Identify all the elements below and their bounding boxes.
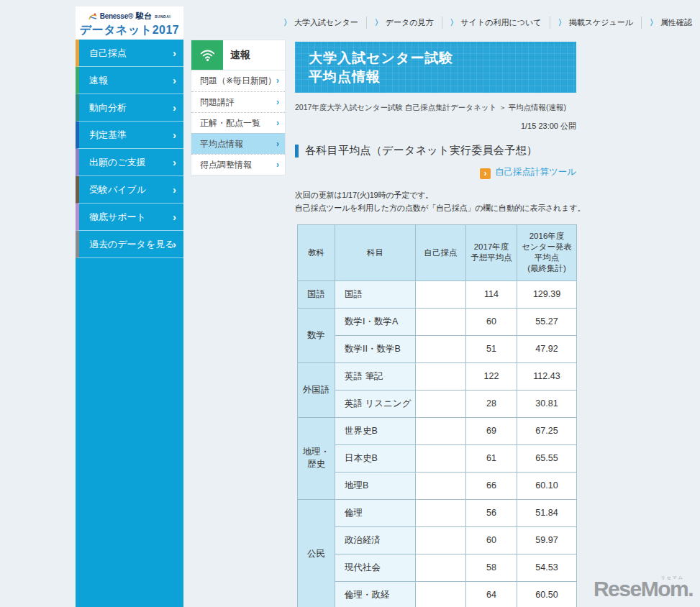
- submenu-item[interactable]: 得点調整情報›: [191, 154, 285, 175]
- table-row: 地理・歴史世界史B6967.25: [298, 417, 577, 444]
- submenu-sokuho: 速報 問題（※毎日新聞）›問題講評›正解・配点一覧›平均点情報›得点調整情報›: [191, 40, 286, 175]
- submenu-item-label: 問題（※毎日新聞）: [200, 76, 276, 86]
- top-nav-link[interactable]: 〉サイトの利用について: [442, 17, 550, 28]
- avg-2017-cell: 60: [466, 308, 517, 335]
- sidebar-item[interactable]: 自己採点›: [76, 40, 183, 67]
- avg-2016-cell: 60.50: [517, 581, 577, 607]
- top-nav-label: 掲載スケジュール: [569, 17, 633, 28]
- avg-2017-cell: 61: [466, 444, 517, 472]
- subject-name-cell: 英語 筆記: [335, 362, 416, 390]
- subject-name-cell: 地理B: [335, 472, 416, 499]
- benesse-brand: Benesse®: [100, 12, 133, 20]
- sidebar-item[interactable]: 動向分析›: [76, 94, 183, 122]
- sundai-brand: 駿台: [136, 11, 152, 22]
- avg-2016-cell: 112.43: [517, 362, 577, 390]
- avg-2016-cell: 30.81: [517, 390, 577, 417]
- sidebar-item-label: 過去のデータを見る: [89, 239, 175, 250]
- chevron-right-icon: 〉: [283, 17, 291, 28]
- avg-2016-cell: 54.53: [517, 554, 577, 581]
- table-row: 国語国語114129.39: [298, 280, 577, 308]
- top-nav-link[interactable]: 〉属性確認: [642, 17, 700, 28]
- average-score-table: 教科科目自己採点2017年度 予想平均点2016年度 センター発表 平均点 (最…: [297, 224, 577, 607]
- chevron-right-icon: 〉: [450, 17, 458, 28]
- submenu-item[interactable]: 問題（※毎日新聞）›: [191, 70, 285, 91]
- benesse-logo-icon: [88, 13, 97, 20]
- page-title-line1: 大学入試センター試験: [309, 49, 576, 68]
- submenu-item[interactable]: 正解・配点一覧›: [191, 112, 285, 133]
- self-score-cell: [416, 472, 466, 499]
- sidebar-item-label: 徹底サポート: [89, 211, 146, 222]
- top-nav-label: 属性確認: [660, 17, 692, 28]
- update-note-1: 次回の更新は1/17(火)19時の予定です。: [295, 188, 576, 201]
- avg-2017-cell: 56: [466, 499, 517, 526]
- chevron-right-icon: ›: [173, 204, 176, 230]
- table-header-cell: 教科: [298, 224, 335, 280]
- breadcrumb: 2017年度大学入試センター試験 自己採点集計データネット ＞ 平均点情報(速報…: [295, 103, 576, 113]
- sidebar-item[interactable]: 徹底サポート›: [76, 204, 183, 231]
- tool-link-row: ›自己採点計算ツール: [295, 165, 576, 179]
- resemom-watermark: リセマム ReseMom.: [594, 577, 693, 601]
- top-nav-link[interactable]: 〉データの見方: [367, 17, 442, 28]
- sidebar-item[interactable]: 出願のご支援›: [76, 149, 183, 176]
- sidebar-item-label: 自己採点: [89, 47, 127, 58]
- top-nav-label: データの見方: [386, 17, 434, 28]
- chevron-right-icon: ›: [276, 134, 279, 155]
- table-row: 現代社会5854.53: [298, 554, 577, 581]
- submenu-item-label: 問題講評: [200, 97, 235, 107]
- table-header-cell: 2016年度 センター発表 平均点 (最終集計): [517, 224, 577, 280]
- sundai-brand-sub: SUNDAI: [155, 14, 171, 19]
- avg-2017-cell: 69: [466, 417, 517, 444]
- avg-2017-cell: 60: [466, 526, 517, 554]
- self-score-cell: [416, 390, 466, 417]
- avg-2016-cell: 59.97: [517, 526, 577, 554]
- top-nav-label: 大学入試センター: [294, 17, 358, 28]
- table-row: 公民倫理5651.84: [298, 499, 577, 526]
- avg-2017-cell: 51: [466, 335, 517, 362]
- sidebar-item[interactable]: 速報›: [76, 67, 183, 94]
- publish-info: 1/15 23:00 公開: [295, 121, 576, 132]
- avg-2017-cell: 66: [466, 472, 517, 499]
- top-nav-link[interactable]: 〉掲載スケジュール: [550, 17, 641, 28]
- self-score-cell: [416, 554, 466, 581]
- sidebar-item[interactable]: 判定基準›: [76, 122, 183, 149]
- subject-name-cell: 数学I・数学A: [335, 308, 416, 335]
- section-title-row: 各科目平均点（データネット実行委員会予想）: [295, 144, 576, 158]
- main-content: 大学入試センター試験 平均点情報 2017年度大学入試センター試験 自己採点集計…: [295, 42, 576, 607]
- self-scoring-tool-link[interactable]: 自己採点計算ツール: [495, 167, 576, 177]
- self-score-cell: [416, 362, 466, 390]
- sidebar-item[interactable]: 過去のデータを見る›: [76, 231, 183, 258]
- top-nav-link[interactable]: 〉大学入試センター: [276, 17, 366, 28]
- table-row: 倫理・政経6460.50: [298, 581, 577, 607]
- submenu-item[interactable]: 平均点情報›: [191, 133, 285, 154]
- self-score-cell: [416, 499, 466, 526]
- subject-group-cell: 数学: [298, 308, 335, 362]
- chevron-right-icon: 〉: [650, 17, 658, 28]
- datanet-logo-title: データネット2017: [76, 23, 183, 38]
- self-score-cell: [416, 280, 466, 308]
- chevron-right-icon: ›: [276, 92, 279, 113]
- chevron-right-icon: 〉: [375, 17, 383, 28]
- update-note-2: 自己採点ツールを利用した方の点数が「自己採点」の欄に自動的に表示されます。: [295, 201, 576, 214]
- self-score-cell: [416, 444, 466, 472]
- sidebar-item-label: 判定基準: [89, 129, 127, 140]
- avg-2016-cell: 60.10: [517, 472, 577, 499]
- update-notes: 次回の更新は1/17(火)19時の予定です。 自己採点ツールを利用した方の点数が…: [295, 188, 576, 214]
- subject-name-cell: 国語: [335, 280, 416, 308]
- submenu-items: 問題（※毎日新聞）›問題講評›正解・配点一覧›平均点情報›得点調整情報›: [191, 70, 285, 175]
- site-logo[interactable]: Benesse® 駿台 SUNDAI データネット2017: [76, 6, 183, 40]
- table-header-cell: 2017年度 予想平均点: [466, 224, 517, 280]
- table-header-cell: 自己採点: [416, 224, 466, 280]
- subject-name-cell: 世界史B: [335, 417, 416, 444]
- avg-2016-cell: 51.84: [517, 499, 577, 526]
- sidebar-item[interactable]: 受験バイブル›: [76, 176, 183, 204]
- chevron-right-icon: ›: [276, 155, 279, 175]
- avg-2016-cell: 65.55: [517, 444, 577, 472]
- chevron-right-icon: ›: [276, 113, 279, 134]
- table-body: 国語国語114129.39数学数学I・数学A6055.27数学II・数学B514…: [298, 280, 577, 607]
- submenu-item-label: 正解・配点一覧: [200, 118, 260, 128]
- table-row: 政治経済6059.97: [298, 526, 577, 554]
- submenu-item[interactable]: 問題講評›: [191, 91, 285, 112]
- top-nav-label: サイトの利用について: [461, 17, 542, 28]
- chevron-right-icon: ›: [276, 70, 279, 91]
- avg-2017-cell: 28: [466, 390, 517, 417]
